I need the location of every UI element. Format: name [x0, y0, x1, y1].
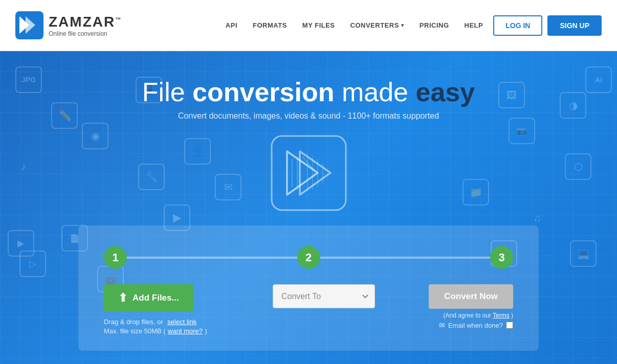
- nav-formats[interactable]: FORMATS: [253, 21, 287, 29]
- add-files-button[interactable]: ⬆ Add Files...: [104, 284, 193, 312]
- login-button[interactable]: LOG IN: [493, 15, 542, 36]
- select-link[interactable]: select link: [167, 318, 196, 326]
- drag-drop-text: Drag & drop files, or select link: [104, 317, 196, 326]
- svg-rect-3: [272, 136, 346, 210]
- upload-icon: ⬆: [118, 291, 127, 305]
- floating-image-icon: 🖼: [498, 82, 525, 108]
- floating-music-icon: ♪: [10, 153, 37, 180]
- floating-wrench-icon: 🔧: [138, 164, 165, 190]
- step2-col: Convert To: [230, 284, 387, 308]
- step3-col: Convert Now (And agree to our Terms ) ✉ …: [387, 284, 513, 329]
- logo-tagline: Online file conversion: [49, 30, 122, 37]
- signup-button[interactable]: SIGN UP: [547, 15, 602, 36]
- email-icon: ✉: [439, 321, 445, 329]
- main-nav: API FORMATS MY FILES CONVERTERS ▾ PRICIN…: [226, 21, 483, 29]
- hero-section: JPG ✏️ ♪ ▶ ◉ 🔧 ▶ ✉ 🖼 ♫ ◑ ⬡ 📁 ▷ 💻 📄 📱 👤: [0, 51, 617, 364]
- svg-marker-5: [300, 151, 330, 195]
- floating-email-icon: ✉: [215, 174, 241, 200]
- floating-jpg-icon: JPG: [15, 66, 42, 93]
- email-row: ✉ Email when done?: [439, 321, 513, 329]
- step-1-circle: 1: [104, 246, 127, 269]
- floating-video-icon: ⬡: [565, 153, 591, 180]
- email-checkbox[interactable]: [506, 322, 513, 329]
- logo-text: ZAMZAR™ Online file conversion: [49, 14, 122, 37]
- conversion-panel: 1 2 3 ⬆ Add Files... Drag & drop files, …: [78, 225, 539, 351]
- floating-folder-icon: 📁: [462, 179, 489, 206]
- converters-chevron-icon: ▾: [401, 22, 404, 29]
- logo-area: ZAMZAR™ Online file conversion: [15, 11, 122, 39]
- nav-converters-area: CONVERTERS ▾: [350, 21, 404, 29]
- step-3-circle: 3: [490, 246, 513, 269]
- hero-title-middle: made: [335, 77, 416, 107]
- terms-link[interactable]: Terms: [493, 312, 510, 319]
- auth-buttons: LOG IN SIGN UP: [493, 15, 602, 36]
- hero-subtitle: Convert documents, images, videos & soun…: [178, 111, 439, 121]
- nav-my-files[interactable]: MY FILES: [302, 21, 335, 29]
- floating-triangle-icon: ▶: [8, 230, 34, 257]
- step-2-circle: 2: [297, 246, 320, 269]
- add-files-label: Add Files...: [133, 293, 179, 303]
- controls-row: ⬆ Add Files... Drag & drop files, or sel…: [104, 284, 513, 335]
- convert-to-select[interactable]: Convert To: [273, 284, 375, 308]
- hero-title-bold: conversion: [192, 77, 334, 107]
- floating-person-icon: 👤: [184, 138, 211, 165]
- zamzar-logo-icon: [15, 11, 43, 39]
- max-size-close: ): [205, 327, 207, 335]
- floating-ai-icon: Ai: [585, 66, 612, 93]
- nav-converters[interactable]: CONVERTERS: [350, 21, 399, 29]
- convert-now-button[interactable]: Convert Now: [429, 284, 513, 309]
- floating-chart-icon: ◉: [82, 123, 108, 149]
- hero-title: File conversion made easy: [142, 77, 475, 107]
- max-size-text: Max. file size 50MB (: [104, 327, 166, 335]
- hero-title-normal: File: [142, 77, 192, 107]
- nav-api[interactable]: API: [226, 21, 237, 29]
- floating-yt-icon: ▷: [19, 251, 46, 277]
- hero-center-logo: [267, 131, 351, 215]
- agree-text: (And agree to our Terms ): [443, 312, 513, 319]
- email-label: Email when done?: [448, 322, 503, 329]
- drag-drop-static: Drag & drop files, or: [104, 318, 163, 326]
- hero-title-easy: easy: [415, 77, 475, 107]
- want-more-link[interactable]: want more?: [168, 327, 203, 335]
- steps-bar: 1 2 3: [104, 246, 513, 269]
- floating-pencil-icon: ✏️: [51, 102, 78, 129]
- floating-camera-icon: 📷: [509, 118, 535, 144]
- nav-pricing[interactable]: PRICING: [420, 21, 449, 29]
- step1-col: ⬆ Add Files... Drag & drop files, or sel…: [104, 284, 230, 335]
- floating-pie-icon: ◑: [560, 92, 586, 119]
- header: ZAMZAR™ Online file conversion API FORMA…: [0, 0, 617, 51]
- logo-name: ZAMZAR™: [49, 14, 122, 30]
- max-size-row: Max. file size 50MB ( want more? ): [104, 326, 207, 335]
- floating-laptop-icon: 💻: [570, 240, 597, 267]
- nav-help[interactable]: HELP: [465, 21, 483, 29]
